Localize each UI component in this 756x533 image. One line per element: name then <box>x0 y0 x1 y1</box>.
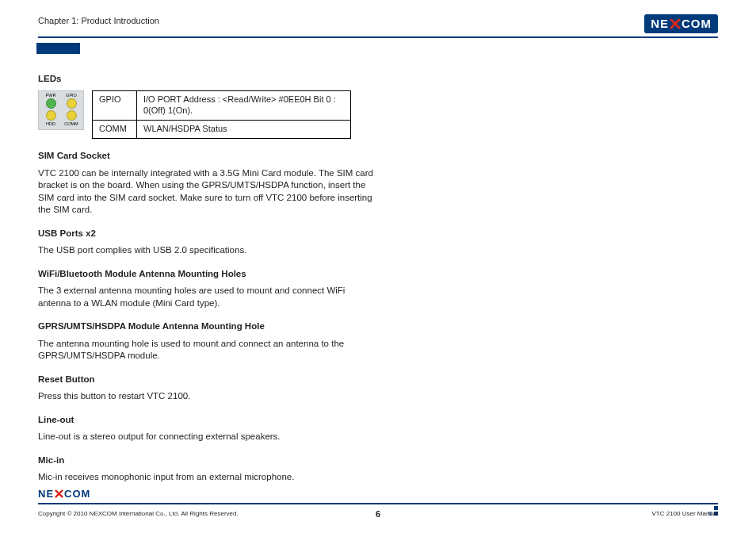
heading-leds: LEDs <box>38 73 379 86</box>
para-lineout: Line-out is a stereo output for connecti… <box>38 431 379 443</box>
footer-logo: NE COM <box>38 488 90 500</box>
footer-logo-x-icon <box>55 489 63 498</box>
led-dot-comm-icon <box>67 110 77 121</box>
led-block: PWR GPIO HDD COMM GPIO I/O PORT Address … <box>38 90 379 140</box>
led-diagram: PWR GPIO HDD COMM <box>38 90 84 130</box>
heading-gprs: GPRS/UMTS/HSDPA Module Antenna Mounting … <box>38 320 379 333</box>
led-table-val: I/O PORT Address : <Read/Write> #0EE0H B… <box>137 90 351 121</box>
para-reset: Press this button to restart VTC 2100. <box>38 390 379 403</box>
heading-usb: USB Ports x2 <box>38 228 379 240</box>
footer-rule <box>38 503 718 504</box>
heading-wifi: WiFi/Bluetooth Module Antenna Mounting H… <box>38 268 379 281</box>
led-table-key: GPIO <box>93 90 137 121</box>
led-label-hdd: HDD <box>40 122 61 127</box>
led-dot-pwr-icon <box>46 98 56 109</box>
led-dot-hdd-icon <box>46 110 56 121</box>
heading-micin: Mic-in <box>38 454 379 467</box>
table-row: GPIO I/O PORT Address : <Read/Write> #0E… <box>93 90 351 121</box>
document-body: LEDs PWR GPIO HDD COMM GPIO I/O PORT Add… <box>38 73 379 484</box>
heading-reset: Reset Button <box>38 374 379 386</box>
nexcom-logo: NE COM <box>644 14 718 33</box>
logo-text-left: NE <box>651 17 669 30</box>
heading-lineout: Line-out <box>38 414 379 427</box>
footer-logo-right: COM <box>64 488 90 500</box>
logo-text-right: COM <box>682 17 712 30</box>
footer-logo-left: NE <box>38 488 54 500</box>
logo-x-icon <box>670 18 681 29</box>
para-gprs: The antenna mounting hole is used to mou… <box>38 338 379 362</box>
para-usb: The USB port complies with USB 2.0 speci… <box>38 244 379 257</box>
page-header: Chapter 1: Product Introduction NE COM <box>38 14 718 33</box>
para-wifi: The 3 external antenna mounting holes ar… <box>38 285 379 309</box>
header-rule <box>38 36 718 38</box>
heading-sim: SIM Card Socket <box>38 150 379 163</box>
led-label-comm: COMM <box>61 122 82 127</box>
led-table-val: WLAN/HSDPA Status <box>137 121 351 139</box>
chapter-title: Chapter 1: Product Introduction <box>38 14 159 25</box>
led-dot-gpio-icon <box>67 98 77 109</box>
header-rule-wrap <box>38 36 718 38</box>
footer-manual-name: VTC 2100 User Manual <box>651 510 718 517</box>
page-number: 6 <box>0 509 756 519</box>
para-sim: VTC 2100 can be internally integrated wi… <box>38 167 379 217</box>
led-table: GPIO I/O PORT Address : <Read/Write> #0E… <box>92 90 351 140</box>
para-micin: Mic-in receives monophonic input from an… <box>38 471 379 484</box>
table-row: COMM WLAN/HSDPA Status <box>93 121 351 139</box>
header-accent-bar <box>36 43 80 54</box>
led-table-key: COMM <box>93 121 137 139</box>
